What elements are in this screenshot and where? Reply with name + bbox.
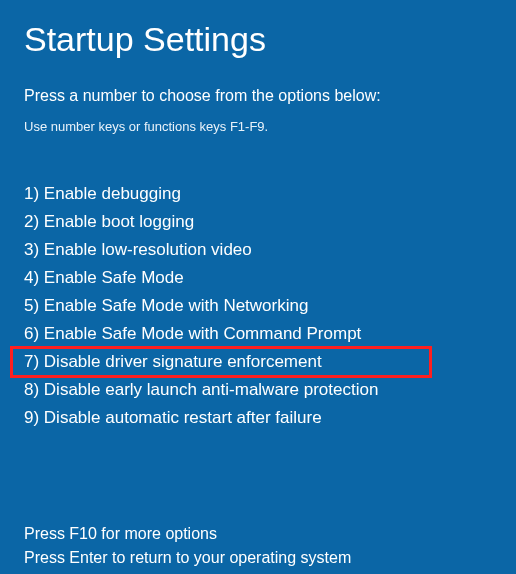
instruction-text: Use number keys or functions keys F1-F9. [24,119,492,134]
option-list: 1) Enable debugging 2) Enable boot loggi… [24,180,492,432]
option-2[interactable]: 2) Enable boot logging [24,208,492,236]
subtitle-text: Press a number to choose from the option… [24,87,492,105]
page-title: Startup Settings [24,20,492,59]
option-8[interactable]: 8) Disable early launch anti-malware pro… [24,376,492,404]
option-5[interactable]: 5) Enable Safe Mode with Networking [24,292,492,320]
option-3[interactable]: 3) Enable low-resolution video [24,236,492,264]
footer-more-options: Press F10 for more options [24,522,492,546]
option-7[interactable]: 7) Disable driver signature enforcement [12,348,430,376]
option-4[interactable]: 4) Enable Safe Mode [24,264,492,292]
option-1[interactable]: 1) Enable debugging [24,180,492,208]
footer-return: Press Enter to return to your operating … [24,546,492,570]
option-9[interactable]: 9) Disable automatic restart after failu… [24,404,492,432]
option-6[interactable]: 6) Enable Safe Mode with Command Prompt [24,320,492,348]
